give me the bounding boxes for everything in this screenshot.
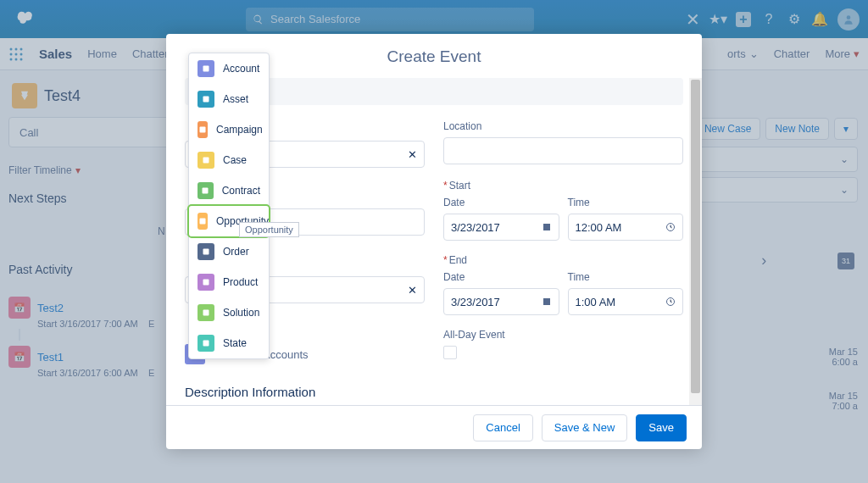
end-time-input[interactable]: 1:00 AM bbox=[568, 288, 684, 315]
location-label: Location bbox=[443, 120, 683, 132]
allday-checkbox[interactable] bbox=[443, 346, 457, 359]
lookup-item-order[interactable]: Order bbox=[189, 236, 269, 267]
lookup-item-product[interactable]: Product bbox=[189, 267, 269, 297]
lookup-item-label: Order bbox=[223, 246, 249, 258]
lookup-item-case[interactable]: Case bbox=[189, 145, 269, 175]
svg-rect-17 bbox=[203, 188, 209, 194]
end-date-input[interactable]: 3/23/2017 bbox=[443, 288, 559, 315]
object-lookup-dropdown: AccountAssetCampaignCaseContractOpportun… bbox=[188, 53, 270, 359]
lookup-item-label: Product bbox=[223, 276, 258, 288]
lookup-item-campaign[interactable]: Campaign bbox=[189, 114, 269, 145]
clear-icon[interactable]: ✕ bbox=[408, 148, 417, 161]
clear-icon[interactable]: ✕ bbox=[408, 284, 417, 297]
time-label: Time bbox=[568, 271, 684, 283]
lookup-item-label: Solution bbox=[223, 307, 259, 319]
lookup-item-label: Asset bbox=[223, 93, 248, 105]
date-label: Date bbox=[443, 197, 559, 208]
object-icon bbox=[198, 243, 214, 260]
save-new-button[interactable]: Save & New bbox=[542, 414, 628, 441]
svg-rect-19 bbox=[203, 249, 209, 255]
svg-rect-13 bbox=[203, 66, 209, 72]
calendar-icon bbox=[542, 222, 552, 232]
tooltip: Opportunity bbox=[239, 222, 299, 237]
description-section-header: Description Information bbox=[185, 385, 425, 399]
lookup-item-label: Contract bbox=[222, 185, 260, 197]
lookup-item-label: Case bbox=[223, 154, 247, 166]
save-button[interactable]: Save bbox=[636, 414, 687, 441]
location-input[interactable] bbox=[443, 137, 683, 164]
lookup-item-account[interactable]: Account bbox=[189, 53, 269, 84]
svg-rect-20 bbox=[203, 280, 209, 286]
object-icon bbox=[198, 91, 214, 108]
svg-rect-14 bbox=[203, 97, 209, 103]
object-icon bbox=[198, 335, 214, 352]
modal-footer: Cancel Save & New Save bbox=[166, 405, 702, 449]
date-label: Date bbox=[443, 271, 559, 283]
object-icon bbox=[198, 182, 214, 199]
lookup-item-label: State bbox=[223, 337, 247, 349]
object-icon bbox=[198, 121, 208, 138]
lookup-item-asset[interactable]: Asset bbox=[189, 84, 269, 114]
object-icon bbox=[198, 213, 208, 230]
time-label: Time bbox=[568, 197, 684, 208]
svg-rect-16 bbox=[203, 158, 209, 164]
svg-rect-15 bbox=[200, 127, 206, 133]
cancel-button[interactable]: Cancel bbox=[473, 414, 532, 441]
object-icon bbox=[198, 274, 214, 291]
calendar-icon bbox=[542, 297, 552, 307]
svg-rect-18 bbox=[200, 219, 206, 225]
clock-icon bbox=[665, 222, 676, 232]
start-time-input[interactable]: 12:00 AM bbox=[568, 214, 684, 241]
lookup-item-label: Account bbox=[223, 63, 259, 75]
lookup-item-solution[interactable]: Solution bbox=[189, 297, 269, 328]
start-label: Start bbox=[443, 180, 683, 192]
lookup-item-state[interactable]: State bbox=[189, 328, 269, 358]
scrollbar[interactable] bbox=[689, 78, 702, 405]
svg-rect-21 bbox=[203, 310, 209, 316]
lookup-item-label: Campaign bbox=[216, 124, 263, 136]
scroll-thumb[interactable] bbox=[691, 80, 700, 393]
svg-rect-22 bbox=[203, 341, 209, 347]
end-label: End bbox=[443, 254, 683, 266]
object-icon bbox=[198, 152, 214, 169]
object-icon bbox=[198, 60, 214, 77]
object-icon bbox=[198, 304, 214, 321]
start-date-input[interactable]: 3/23/2017 bbox=[443, 214, 559, 241]
allday-label: All-Day Event bbox=[443, 329, 683, 341]
lookup-item-contract[interactable]: Contract bbox=[189, 175, 269, 206]
clock-icon bbox=[665, 297, 676, 307]
